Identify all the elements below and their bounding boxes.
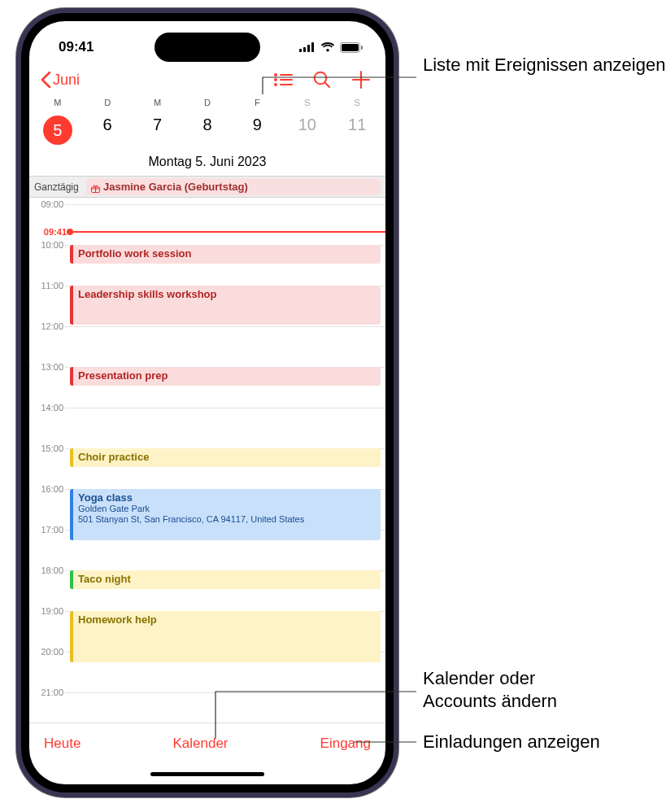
status-time: 09:41 (59, 39, 94, 55)
calendar-event[interactable]: Taco night (70, 570, 381, 589)
today-button[interactable]: Heute (44, 736, 81, 752)
svg-point-9 (274, 78, 277, 81)
event-title: Portfolio work session (78, 247, 376, 260)
callout-list: Liste mit Ereignissen anzeigen (423, 54, 665, 76)
event-location: 501 Stanyan St, San Francisco, CA 94117,… (78, 514, 376, 525)
svg-point-7 (274, 73, 277, 76)
hour-label: 13:00 (31, 362, 65, 372)
svg-rect-2 (307, 45, 310, 52)
date-cell[interactable]: 6 (82, 111, 132, 150)
home-indicator (29, 763, 385, 784)
hour-label: 19:00 (31, 606, 65, 616)
calendar-event[interactable]: Choir practice (70, 448, 381, 467)
back-label: Juni (53, 72, 80, 89)
allday-label: Ganztägig (29, 177, 86, 197)
svg-rect-10 (280, 79, 293, 81)
svg-rect-1 (303, 47, 306, 52)
add-button[interactable] (342, 63, 381, 96)
hour-label: 21:00 (31, 688, 65, 697)
calendars-button[interactable]: Kalender (172, 736, 228, 752)
svg-rect-12 (280, 84, 293, 85)
svg-rect-8 (280, 74, 293, 76)
event-title: Homework help (78, 613, 376, 626)
svg-point-11 (274, 83, 277, 86)
allday-row: Ganztägig Jasmine Garcia (Geburtstag) (29, 177, 385, 198)
cellular-icon (299, 42, 316, 52)
chevron-left-icon (41, 72, 51, 88)
weekday-cell: S (282, 98, 332, 111)
svg-rect-6 (361, 46, 363, 50)
inbox-button[interactable]: Eingang (320, 736, 371, 752)
date-title: Montag 5. Juni 2023 (29, 150, 385, 177)
date-cell[interactable]: 8 (182, 111, 232, 150)
dynamic-island (155, 33, 260, 62)
hour-grid[interactable]: 09:0010:0011:0012:0013:0014:0015:0016:00… (29, 198, 385, 723)
weekday-cell: F (233, 98, 282, 111)
hour-label: 11:00 (31, 281, 65, 290)
calendar-event[interactable]: Homework help (70, 611, 381, 662)
list-icon (273, 72, 293, 87)
svg-rect-3 (311, 42, 314, 52)
search-icon (313, 71, 331, 89)
hour-label: 16:00 (31, 484, 65, 494)
weekday-cell: S (333, 98, 382, 111)
hour-label: 17:00 (31, 525, 65, 535)
weekday-cell: D (182, 98, 232, 111)
callout-invites: Einladungen anzeigen (423, 731, 600, 753)
hour-label: 09:00 (31, 199, 65, 209)
nav-bar: Juni (29, 62, 385, 98)
hour-label: 15:00 (31, 443, 65, 453)
hour-label: 10:00 (31, 240, 65, 250)
event-subtitle: Golden Gate Park (78, 504, 376, 514)
hour-row: 21:00 (29, 692, 385, 723)
date-row: 567891011 (29, 111, 385, 150)
bottom-toolbar: Heute Kalender Eingang (29, 723, 385, 763)
search-button[interactable] (303, 63, 342, 96)
date-cell[interactable]: 7 (133, 111, 182, 150)
date-cell[interactable]: 9 (233, 111, 282, 150)
gift-icon (91, 183, 99, 191)
allday-event-title: Jasmine Garcia (Geburtstag) (103, 181, 248, 193)
calendar-event[interactable]: Presentation prep (70, 367, 381, 386)
weekday-cell: D (82, 98, 132, 111)
date-cell[interactable]: 11 (333, 111, 382, 150)
event-title: Presentation prep (78, 369, 376, 382)
weekday-cell: M (133, 98, 182, 111)
svg-rect-5 (342, 44, 359, 51)
phone-frame: 09:41 Juni (16, 8, 398, 797)
now-label: 09:41 (29, 227, 67, 237)
hour-row: 09:00 (29, 204, 385, 245)
date-cell[interactable]: 5 (33, 111, 82, 150)
event-title: Leadership skills workshop (78, 288, 376, 300)
hour-label: 20:00 (31, 647, 65, 657)
wifi-icon (320, 42, 335, 52)
hour-label: 18:00 (31, 565, 65, 575)
event-title: Taco night (78, 573, 376, 585)
svg-rect-0 (299, 49, 302, 52)
date-cell[interactable]: 10 (282, 111, 332, 150)
back-button[interactable]: Juni (36, 68, 85, 92)
allday-event[interactable]: Jasmine Garcia (Geburtstag) (86, 178, 381, 195)
event-title: Yoga class (78, 491, 376, 504)
svg-line-14 (325, 83, 330, 88)
event-title: Choir practice (78, 451, 376, 463)
calendar-event[interactable]: Yoga classGolden Gate Park501 Stanyan St… (70, 489, 381, 540)
callout-accounts: Kalender oder Accounts ändern (423, 667, 557, 712)
weekday-cell: M (33, 98, 82, 111)
battery-icon (340, 42, 363, 53)
phone-bezel: 09:41 Juni (21, 13, 394, 792)
hour-row: 14:00 (29, 408, 385, 448)
hour-row: 12:00 (29, 326, 385, 367)
calendar-event[interactable]: Portfolio work session (70, 245, 381, 264)
screen: 09:41 Juni (29, 21, 385, 784)
hour-label: 12:00 (31, 321, 65, 331)
list-button[interactable] (263, 63, 303, 96)
plus-icon (352, 71, 370, 89)
hour-label: 14:00 (31, 403, 65, 413)
weekday-row: MDMDFSS (29, 98, 385, 111)
calendar-event[interactable]: Leadership skills workshop (70, 286, 381, 325)
